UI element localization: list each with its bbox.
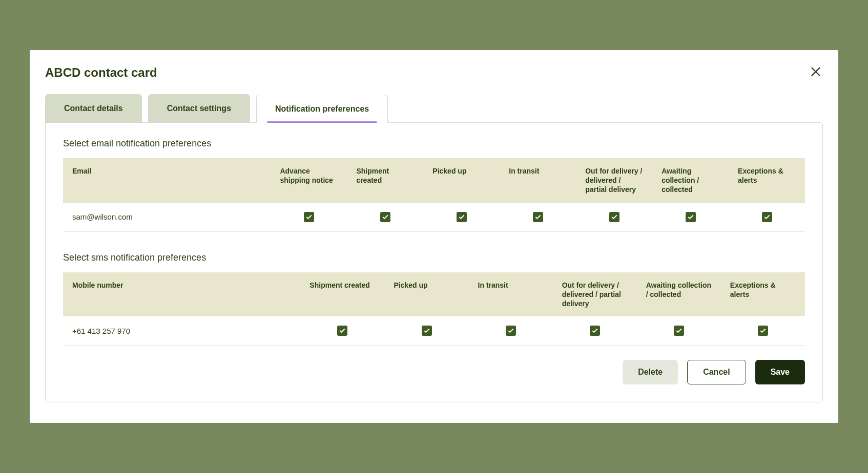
sms-prefs-section: Select sms notification preferences Mobi… <box>63 252 805 346</box>
email-value: sam@wilson.com <box>63 203 271 232</box>
checkbox-exceptions-alerts[interactable] <box>762 212 772 222</box>
checkbox-in-transit[interactable] <box>533 212 543 222</box>
sms-prefs-table: Mobile number Shipment created Picked up… <box>63 272 805 346</box>
col-shipment-created: Shipment created <box>300 272 384 317</box>
tabs: Contact details Contact settings Notific… <box>45 94 823 123</box>
check-icon <box>382 213 389 221</box>
check-icon <box>458 213 465 221</box>
checkbox-picked-up[interactable] <box>457 212 467 222</box>
col-picked-up: Picked up <box>384 272 468 317</box>
check-icon <box>534 213 542 221</box>
mobile-value: +61 413 257 970 <box>63 316 300 346</box>
col-in-transit: In transit <box>469 272 553 317</box>
cancel-button[interactable]: Cancel <box>687 360 746 384</box>
delete-button[interactable]: Delete <box>623 360 678 384</box>
email-prefs-table: Email Advance shipping notice Shipment c… <box>63 158 805 232</box>
modal-title: ABCD contact card <box>45 66 823 80</box>
tab-content: Select email notification preferences Em… <box>45 122 823 402</box>
col-email: Email <box>63 158 271 203</box>
checkbox-shipment-created[interactable] <box>337 326 347 336</box>
close-button[interactable] <box>809 64 823 79</box>
col-mobile: Mobile number <box>63 272 300 317</box>
close-icon <box>809 64 823 79</box>
check-icon <box>675 327 683 334</box>
table-row: sam@wilson.com <box>63 203 805 232</box>
checkbox-exceptions-alerts[interactable] <box>758 326 768 336</box>
checkbox-awaiting-collection[interactable] <box>686 212 696 222</box>
check-icon <box>763 213 771 221</box>
checkbox-shipment-created[interactable] <box>380 212 390 222</box>
checkbox-advance-shipping[interactable] <box>304 212 314 222</box>
check-icon <box>611 213 618 221</box>
email-section-heading: Select email notification preferences <box>63 138 805 149</box>
check-icon <box>423 327 430 334</box>
col-shipment-created: Shipment created <box>347 158 423 203</box>
tab-contact-settings[interactable]: Contact settings <box>148 94 250 123</box>
checkbox-awaiting-collection[interactable] <box>674 326 684 336</box>
checkbox-out-for-delivery[interactable] <box>609 212 619 222</box>
check-icon <box>305 213 313 221</box>
contact-card-modal: ABCD contact card Contact details Contac… <box>30 50 838 423</box>
col-advance-shipping: Advance shipping notice <box>271 158 347 203</box>
action-buttons: Delete Cancel Save <box>63 360 805 384</box>
check-icon <box>759 327 767 334</box>
col-out-for-delivery: Out for delivery / delivered / partial d… <box>576 158 652 203</box>
check-icon <box>591 327 598 334</box>
col-in-transit: In transit <box>500 158 576 203</box>
check-icon <box>339 327 346 334</box>
table-row: +61 413 257 970 <box>63 316 805 346</box>
tab-notification-preferences[interactable]: Notification preferences <box>256 95 388 123</box>
col-out-for-delivery: Out for delivery / delivered / partial d… <box>553 272 637 317</box>
checkbox-picked-up[interactable] <box>422 326 432 336</box>
check-icon <box>687 213 694 221</box>
checkbox-in-transit[interactable] <box>506 326 516 336</box>
check-icon <box>507 327 514 334</box>
email-prefs-section: Select email notification preferences Em… <box>63 138 805 232</box>
col-exceptions-alerts: Exceptions & alerts <box>729 158 805 203</box>
tab-contact-details[interactable]: Contact details <box>45 94 142 123</box>
sms-section-heading: Select sms notification preferences <box>63 252 805 263</box>
col-picked-up: Picked up <box>423 158 500 203</box>
col-exceptions-alerts: Exceptions & alerts <box>721 272 805 317</box>
save-button[interactable]: Save <box>755 360 805 384</box>
col-awaiting-collection: Awaiting collection / collected <box>652 158 729 203</box>
col-awaiting-collection: Awaiting collection / collected <box>637 272 721 317</box>
checkbox-out-for-delivery[interactable] <box>590 326 600 336</box>
